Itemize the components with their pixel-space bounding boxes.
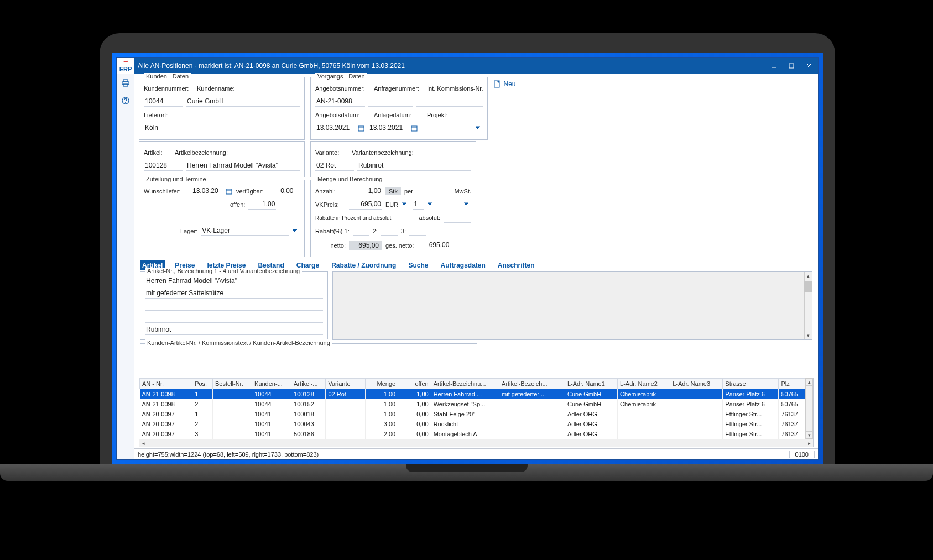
positions-grid: AN - Nr.Pos.Bestell-Nr.Kunden-...Artikel… — [139, 378, 814, 447]
scroll-left-icon[interactable]: ◂ — [139, 441, 147, 446]
column-header[interactable]: Bestell-Nr. — [213, 379, 252, 389]
eur-label: EUR — [385, 201, 398, 208]
scrollbar-track[interactable] — [805, 386, 813, 431]
column-header[interactable]: L-Adr. Name1 — [565, 379, 617, 389]
scrollbar-thumb[interactable] — [804, 281, 812, 292]
menge-group: Menge und Berechnung Anzahl: 1,00 Stk pe… — [310, 180, 476, 257]
column-header[interactable]: Kunden-... — [252, 379, 291, 389]
table-row[interactable]: AN-20-00971100411000181,000,00Stahl-Felg… — [140, 409, 805, 419]
window-title: Alle AN-Positionen - markiert ist: AN-21… — [134, 62, 765, 70]
column-header[interactable]: Plz — [779, 379, 805, 389]
tab-anschriften[interactable]: Anschriften — [496, 260, 537, 270]
verfuegbar-field: 0,00 — [267, 186, 295, 196]
column-header[interactable]: Artikel-Bezeichnu... — [431, 379, 499, 389]
artikelbez-field[interactable]: Herren Fahrrad Modell "Avista" — [186, 161, 300, 171]
anfragenummer-field[interactable] — [368, 97, 413, 107]
desc-line3[interactable] — [145, 301, 323, 311]
kommission-field3[interactable] — [362, 348, 461, 358]
column-header[interactable]: L-Adr. Name2 — [618, 379, 670, 389]
per-label: per — [404, 188, 413, 195]
variantenbez-label: Variantenbezeichnung: — [352, 149, 414, 156]
scroll-up-icon[interactable]: ▴ — [805, 378, 813, 386]
absolut-field[interactable] — [444, 213, 471, 223]
anlagedatum-field[interactable]: 13.03.2021 — [368, 123, 407, 133]
offen-field: 1,00 — [248, 200, 276, 210]
variante-field[interactable]: 02 Rot — [315, 161, 354, 171]
chevron-down-icon[interactable] — [292, 227, 300, 235]
zuteilung-group: Zuteilung und Termine Wunschliefer: 13.0… — [139, 180, 305, 257]
neu-label: Neu — [503, 80, 515, 88]
calendar-icon[interactable] — [410, 124, 418, 132]
vkpreis-field[interactable]: 695,00 — [349, 200, 382, 210]
tab-auftragsdaten[interactable]: Auftragsdaten — [438, 260, 487, 270]
print-icon[interactable] — [119, 77, 132, 89]
column-header[interactable]: Artikel-... — [291, 379, 326, 389]
chevron-down-icon[interactable] — [427, 201, 435, 208]
angebotsnummer-field[interactable]: AN-21-0098 — [315, 97, 365, 107]
scroll-up-icon[interactable]: ▴ — [804, 272, 812, 280]
angebotsdatum-field[interactable]: 13.03.2021 — [315, 123, 354, 133]
kundennummer-label: Kundennummer: — [144, 85, 194, 92]
svg-rect-4 — [123, 80, 128, 82]
per-field[interactable]: 1 — [413, 200, 424, 210]
close-button[interactable] — [800, 58, 818, 74]
lager-field[interactable]: VK-Lager — [201, 226, 289, 236]
angebotsdatum-label: Angebotsdatum: — [315, 112, 371, 118]
anzahl-field[interactable]: 1,00 — [349, 186, 382, 196]
chevron-down-icon[interactable] — [402, 201, 409, 208]
calendar-icon[interactable] — [225, 187, 233, 195]
chevron-down-icon[interactable] — [463, 201, 471, 208]
gesnetto-label: ges. netto: — [385, 242, 414, 249]
projekt-field[interactable] — [421, 123, 472, 133]
column-header[interactable]: Strasse — [723, 379, 779, 389]
kommission-field4[interactable] — [145, 362, 244, 371]
desc-line2[interactable]: mit gefederter Sattelstütze — [145, 289, 323, 299]
table-row[interactable]: AN-21-00982100441001521,001,00Werkzeugse… — [140, 399, 805, 409]
column-header[interactable]: Menge — [365, 379, 398, 389]
artikel-field[interactable]: 100128 — [144, 161, 183, 171]
artikel-desc-group: Artikel-Nr., Bezeichnung 1 - 4 und Varia… — [140, 271, 328, 340]
scroll-down-icon[interactable]: ▾ — [804, 332, 812, 339]
column-header[interactable]: Artikel-Bezeich... — [499, 379, 565, 389]
kommission-field2[interactable] — [253, 348, 353, 358]
kommissionsnr-field[interactable] — [416, 97, 483, 107]
variantenbez-field[interactable]: Rubinrot — [357, 161, 471, 171]
svg-rect-1 — [789, 64, 794, 68]
kommission-field5[interactable] — [253, 362, 353, 371]
wunschliefer-field[interactable]: 13.03.20 — [191, 186, 222, 196]
desc-line4[interactable] — [145, 313, 323, 323]
scroll-down-icon[interactable]: ▾ — [805, 431, 813, 439]
table-row[interactable]: AN-21-009811004410012802 Rot1,001,00Herr… — [140, 389, 805, 400]
stk-badge: Stk — [385, 187, 401, 195]
kommission-field6[interactable] — [362, 362, 461, 371]
desc-line5[interactable]: Rubinrot — [145, 325, 323, 335]
status-left: height=755;width=1224 (top=68, left=509,… — [138, 451, 319, 458]
column-header[interactable]: AN - Nr. — [140, 379, 192, 389]
maximize-button[interactable] — [783, 58, 800, 74]
horizontal-scrollbar[interactable]: ◂ ▸ — [139, 439, 813, 447]
rabatt3-field[interactable] — [409, 226, 426, 236]
kundenname-field[interactable]: Curie GmbH — [186, 97, 300, 107]
kundennummer-field[interactable]: 10044 — [144, 97, 183, 107]
column-header[interactable]: Variante — [326, 379, 365, 389]
tab-rabatte-zuordnung[interactable]: Rabatte / Zuordnung — [329, 260, 398, 270]
column-header[interactable]: L-Adr. Name3 — [670, 379, 723, 389]
kommission-field1[interactable] — [145, 348, 244, 358]
table-row[interactable]: AN-20-00973100415001862,000,00Montageble… — [140, 429, 805, 439]
calendar-icon[interactable] — [357, 124, 365, 132]
lieferort-field[interactable]: Köln — [144, 123, 300, 133]
table-row[interactable]: AN-20-00972100411000433,000,00RücklichtA… — [140, 419, 805, 429]
column-header[interactable]: Pos. — [192, 379, 213, 389]
rabatt2-field[interactable] — [381, 226, 398, 236]
desc-line1[interactable]: Herren Fahrrad Modell "Avista" — [145, 276, 323, 286]
minimize-button[interactable] — [765, 58, 783, 74]
neu-button[interactable]: Neu — [493, 80, 515, 88]
data-table[interactable]: AN - Nr.Pos.Bestell-Nr.Kunden-...Artikel… — [139, 378, 805, 439]
notes-textarea[interactable]: ▴ ▾ — [332, 271, 812, 340]
tab-suche[interactable]: Suche — [406, 260, 430, 270]
rabatt1-field[interactable] — [353, 226, 369, 236]
scroll-right-icon[interactable]: ▸ — [805, 441, 813, 446]
chevron-down-icon[interactable] — [475, 124, 483, 132]
column-header[interactable]: offen — [398, 379, 431, 389]
help-icon[interactable] — [119, 95, 132, 107]
